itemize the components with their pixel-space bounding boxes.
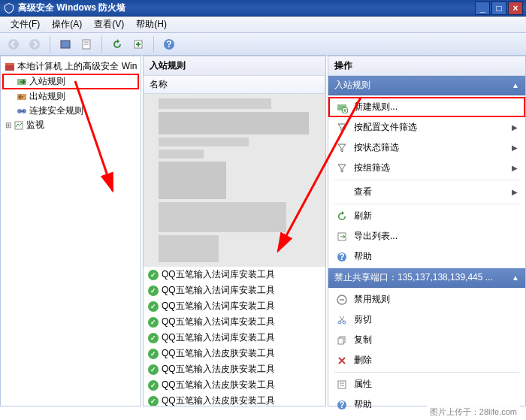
rule-name: QQ五笔输入法皮肤安装工具 (162, 379, 275, 391)
svg-point-0 (8, 39, 19, 50)
filter-icon (336, 142, 348, 154)
svg-rect-10 (5, 63, 14, 65)
maximize-button[interactable]: □ (491, 2, 506, 15)
menu-action[interactable]: 操作(A) (46, 17, 88, 32)
col-name[interactable]: 名称 (144, 76, 325, 93)
menu-view[interactable]: 查看(V) (88, 17, 130, 32)
export-button[interactable] (129, 35, 147, 53)
submenu-icon: ▶ (512, 188, 518, 196)
rule-item[interactable]: ✓QQ五笔输入法词库安装工具 (144, 298, 325, 314)
rule-name: QQ五笔输入法皮肤安装工具 (162, 363, 275, 376)
menu-file[interactable]: 文件(F) (5, 17, 46, 32)
expand-icon[interactable]: ⊞ (4, 121, 13, 129)
svg-text:?: ? (166, 39, 171, 50)
rule-name: QQ五笔输入法词库安装工具 (162, 331, 275, 344)
close-button[interactable]: × (508, 2, 523, 15)
disable-icon (336, 294, 348, 306)
firewall-icon (4, 61, 16, 73)
submenu-icon: ▶ (512, 123, 518, 131)
rule-item[interactable]: ✓QQ五笔输入法词库安装工具 (144, 283, 325, 298)
action-view[interactable]: 查看▶ (328, 182, 525, 202)
rules-header: 入站规则 (144, 56, 325, 76)
tree-connsec[interactable]: 连接安全规则 (2, 104, 139, 118)
svg-text:?: ? (339, 400, 344, 410)
actions-panel: 操作 入站规则▲ 新建规则... 按配置文件筛选▶ 按状态筛选▶ 按组筛选▶ (328, 56, 526, 406)
allow-icon: ✓ (148, 270, 159, 280)
rule-name: QQ五笔输入法皮肤安装工具 (162, 394, 275, 406)
main-content: 本地计算机 上的高级安全 Win 入站规则 出站规则 连接安全规则 ⊞ 监视 (0, 56, 526, 406)
properties-icon (336, 379, 348, 391)
menubar: 文件(F) 操作(A) 查看(V) 帮助(H) (0, 17, 526, 33)
minimize-button[interactable]: _ (475, 2, 490, 15)
action-new-rule[interactable]: 新建规则... (328, 97, 525, 117)
action-delete[interactable]: 删除 (328, 350, 525, 370)
rules-panel: 入站规则 名称 ✓QQ五笔输入法词库安装工具✓QQ五笔输入法词库安装工具✓QQ五… (143, 56, 326, 406)
action-refresh[interactable]: 刷新 (328, 206, 525, 226)
rule-item[interactable]: ✓QQ五笔输入法皮肤安装工具 (144, 377, 325, 393)
svg-rect-27 (338, 381, 346, 388)
submenu-icon: ▶ (512, 164, 518, 172)
svg-rect-26 (338, 338, 343, 344)
connsec-icon (16, 105, 28, 117)
copy-icon (336, 334, 348, 346)
rule-item[interactable]: ✓QQ五笔输入法皮肤安装工具 (144, 393, 325, 406)
action-help[interactable]: ? 帮助 (328, 246, 525, 267)
allow-icon: ✓ (148, 349, 159, 359)
rule-name: QQ五笔输入法词库安装工具 (162, 268, 275, 281)
obscured-rules (144, 94, 325, 267)
action-copy[interactable]: 复制 (328, 330, 525, 350)
tree-panel: 本地计算机 上的高级安全 Win 入站规则 出站规则 连接安全规则 ⊞ 监视 (0, 56, 141, 406)
help-icon: ? (336, 399, 348, 411)
section-inbound[interactable]: 入站规则▲ (328, 76, 525, 95)
allow-icon: ✓ (148, 364, 159, 375)
help-button[interactable]: ? (160, 35, 178, 53)
monitor-icon (13, 119, 25, 131)
outbound-icon (16, 91, 28, 103)
toolbar: ? (0, 33, 526, 56)
menu-help[interactable]: 帮助(H) (130, 17, 173, 32)
refresh-button[interactable] (108, 35, 126, 53)
refresh-icon (336, 210, 348, 222)
action-cut[interactable]: 剪切 (328, 310, 525, 330)
actions-header: 操作 (328, 56, 525, 76)
help-icon: ? (336, 251, 348, 263)
svg-rect-2 (61, 41, 70, 48)
action-filter-group[interactable]: 按组筛选▶ (328, 158, 525, 178)
new-rule-icon (336, 101, 348, 113)
rules-list[interactable]: ✓QQ五笔输入法词库安装工具✓QQ五笔输入法词库安装工具✓QQ五笔输入法词库安装… (144, 94, 325, 406)
back-button (5, 35, 23, 53)
inbound-icon (16, 76, 28, 88)
rule-name: QQ五笔输入法词库安装工具 (162, 300, 275, 313)
rule-name: QQ五笔输入法皮肤安装工具 (162, 347, 275, 360)
watermark: 图片上传于：28life.com (427, 406, 520, 418)
allow-icon: ✓ (148, 301, 159, 312)
console-button[interactable] (56, 35, 74, 53)
rule-item[interactable]: ✓QQ五笔输入法词库安装工具 (144, 314, 325, 330)
properties-button[interactable] (77, 35, 95, 53)
action-properties[interactable]: 属性 (328, 374, 525, 394)
collapse-icon: ▲ (512, 273, 519, 282)
svg-point-1 (29, 39, 40, 50)
tree-inbound[interactable]: 入站规则 (2, 74, 139, 89)
action-export[interactable]: 导出列表... (328, 226, 525, 246)
rule-item[interactable]: ✓QQ五笔输入法词库安装工具 (144, 267, 325, 283)
cut-icon (336, 314, 348, 326)
rule-item[interactable]: ✓QQ五笔输入法皮肤安装工具 (144, 346, 325, 361)
tree: 本地计算机 上的高级安全 Win 入站规则 出站规则 连接安全规则 ⊞ 监视 (1, 56, 141, 135)
rule-item[interactable]: ✓QQ五笔输入法皮肤安装工具 (144, 361, 325, 377)
svg-rect-16 (15, 122, 23, 129)
action-filter-profile[interactable]: 按配置文件筛选▶ (328, 117, 525, 137)
window-title: 高级安全 Windows 防火墙 (18, 2, 475, 14)
tree-root[interactable]: 本地计算机 上的高级安全 Win (2, 59, 139, 74)
allow-icon: ✓ (148, 333, 159, 343)
tree-monitor[interactable]: ⊞ 监视 (2, 118, 139, 132)
section-selected-rule[interactable]: 禁止共享端口：135,137,138,139,445 ...▲ (328, 268, 525, 288)
tree-outbound[interactable]: 出站规则 (2, 89, 139, 104)
filter-icon (336, 162, 348, 174)
action-disable-rule[interactable]: 禁用规则 (328, 289, 525, 310)
export-icon (336, 231, 348, 243)
allow-icon: ✓ (148, 286, 159, 296)
rule-item[interactable]: ✓QQ五笔输入法词库安装工具 (144, 330, 325, 346)
action-filter-state[interactable]: 按状态筛选▶ (328, 137, 525, 158)
allow-icon: ✓ (148, 396, 159, 406)
